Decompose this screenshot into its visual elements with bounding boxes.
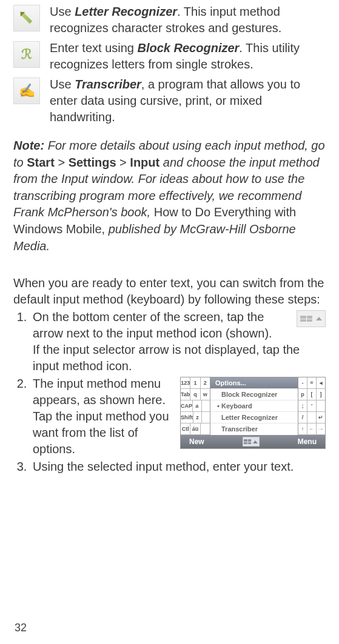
path-input: Input [130, 156, 159, 169]
step-1: On the bottom center of the screen, tap … [30, 309, 326, 374]
step-2-text: The input method menu appears, as shown … [33, 376, 180, 457]
key [317, 400, 325, 411]
method-row-letter: Use Letter Recognizer. This input method… [13, 4, 326, 36]
softkey-bar: New Menu [181, 435, 325, 448]
softkey-new: New [189, 437, 204, 446]
menu-item-keyboard: •Keyboard [210, 400, 298, 411]
method-name: Block Recognizer [138, 41, 240, 55]
input-selector-icon [243, 437, 260, 446]
key: 123 [181, 377, 190, 388]
key: - [298, 377, 307, 388]
input-method-icon [297, 310, 326, 327]
key: p [298, 389, 307, 400]
intro-paragraph: When you are ready to enter text, you ca… [13, 275, 326, 308]
page-number: 32 [13, 622, 326, 638]
key: w [201, 389, 210, 400]
key: ◂ [317, 377, 325, 388]
key: 1 [190, 377, 200, 388]
onscreen-keyboard-right: -=◂ p[] ;' /↵ ↑←→ [298, 377, 325, 435]
key [202, 412, 210, 423]
menu-item-label: Block Recognizer [221, 390, 277, 399]
key [307, 412, 317, 423]
key: [ [307, 389, 317, 400]
step-1b-text: If the input selector arrow is not displ… [33, 342, 326, 374]
key: áü [190, 423, 200, 434]
key [202, 400, 210, 411]
steps-list: On the bottom center of the screen, tap … [13, 309, 326, 476]
gt: > [55, 156, 69, 169]
method-text: Enter text using Block Recognizer. This … [50, 40, 326, 73]
menu-item-transcriber: Transcriber [210, 423, 298, 434]
key: Ctl [181, 423, 190, 434]
selector-arrow-icon [316, 317, 322, 320]
key: ↵ [317, 412, 325, 423]
menu-item-letter-recognizer: Letter Recognizer [210, 411, 298, 423]
key: ' [307, 400, 317, 411]
key: ; [298, 400, 307, 411]
key: z [193, 412, 202, 423]
step-2: The input method menu appears, as shown … [30, 376, 326, 457]
step-3: Using the selected input method, enter y… [30, 459, 326, 475]
onscreen-keyboard-left: 12312 Tabqw CAPa Shiftz Ctláü [181, 377, 210, 435]
pre-text: Use [50, 78, 75, 91]
step-3-text: Using the selected input method, enter y… [33, 460, 294, 473]
menu-options-header: Options... [210, 377, 298, 388]
method-name: Letter Recognizer [75, 5, 177, 18]
menu-item-block-recognizer: Block Recognizer [210, 388, 298, 400]
up-arrow-icon [253, 440, 258, 443]
method-text: Use Letter Recognizer. This input method… [50, 4, 326, 36]
key: Shift [181, 412, 193, 423]
pre-text: Enter text using [50, 41, 138, 55]
key: a [193, 400, 202, 411]
note-paragraph: Note: For more details about using each … [13, 138, 326, 254]
softkey-menu: Menu [298, 437, 317, 446]
method-row-transcriber: ✍ Use Transcriber, a program that allows… [13, 76, 326, 125]
path-settings: Settings [69, 156, 116, 169]
letter-recognizer-icon [13, 5, 40, 32]
menu-item-label: Letter Recognizer [221, 413, 278, 422]
key [201, 423, 210, 434]
method-text: Use Transcriber, a program that allows y… [50, 76, 326, 125]
menu-item-label: Transcriber [221, 425, 258, 434]
method-row-block: ℛ Enter text using Block Recognizer. Thi… [13, 40, 326, 73]
note-label: Note: [13, 139, 44, 152]
input-method-list: Use Letter Recognizer. This input method… [13, 4, 326, 129]
menu-item-label: Keyboard [221, 402, 252, 411]
gt: > [116, 156, 130, 169]
key: Tab [181, 389, 190, 400]
key: ↑ [298, 423, 307, 434]
key: → [317, 423, 325, 434]
path-start: Start [27, 156, 55, 169]
key: CAP [181, 400, 193, 411]
key: = [307, 377, 317, 388]
bullet: • [215, 402, 221, 411]
transcriber-icon: ✍ [13, 78, 40, 104]
method-name: Transcriber [75, 78, 141, 91]
key: ← [307, 423, 317, 434]
key: 2 [201, 377, 210, 388]
pre-text: Use [50, 5, 75, 18]
key: q [190, 389, 200, 400]
step-1a-text: On the bottom center of the screen, tap … [33, 310, 272, 340]
input-menu-screenshot: 12312 Tabqw CAPa Shiftz Ctláü Options...… [180, 377, 326, 449]
key: ] [317, 389, 325, 400]
block-recognizer-icon: ℛ [13, 41, 40, 68]
input-method-menu: Options... Block Recognizer •Keyboard Le… [210, 377, 298, 435]
key: / [298, 412, 307, 423]
